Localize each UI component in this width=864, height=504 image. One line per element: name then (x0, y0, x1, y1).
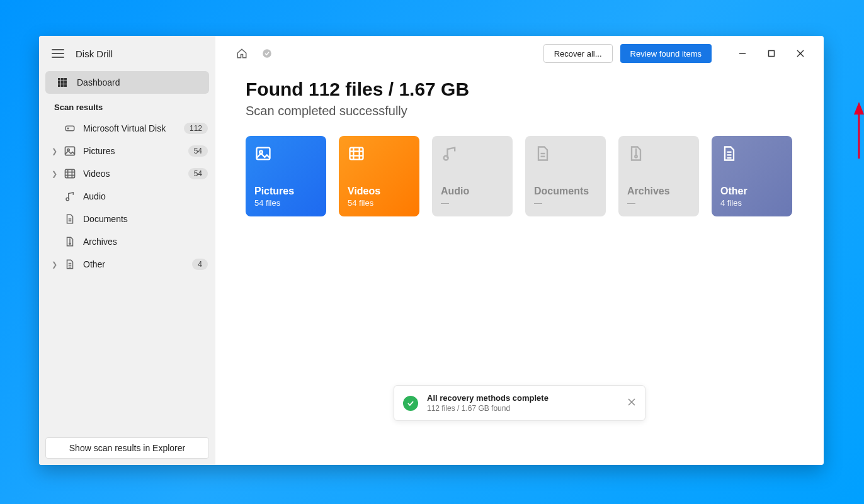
sidebar-item-label: Pictures (83, 146, 188, 156)
svg-rect-6 (58, 84, 60, 87)
nav-dashboard[interactable]: Dashboard (45, 71, 209, 94)
minimize-button[interactable] (728, 44, 757, 63)
tile-subtitle: — (627, 198, 690, 208)
count-badge: 54 (188, 145, 208, 157)
sidebar-item-disk[interactable]: Microsoft Virtual Disk112 (39, 117, 215, 140)
sidebar-item-picture[interactable]: ❯Pictures54 (39, 140, 215, 162)
svg-rect-33 (350, 148, 363, 160)
app-window: Disk Drill Dashboard Scan results Micros… (39, 36, 824, 465)
tile-subtitle: — (441, 198, 504, 208)
document-icon (534, 145, 597, 164)
svg-point-18 (66, 198, 69, 201)
video-icon (63, 167, 77, 180)
tile-title: Pictures (254, 186, 317, 197)
toast-body: All recovery methods complete 112 files … (427, 393, 618, 413)
tile-audio[interactable]: Audio— (432, 136, 513, 216)
sidebar-item-label: Archives (83, 237, 208, 247)
audio-icon (63, 191, 77, 202)
sidebar-header: Disk Drill (39, 36, 215, 71)
main-area: Recover all... Review found items Found … (215, 36, 824, 465)
archive-icon (627, 145, 690, 164)
recover-all-button[interactable]: Recover all... (543, 44, 613, 63)
sidebar-item-audio[interactable]: Audio (39, 185, 215, 208)
tile-document[interactable]: Documents— (525, 136, 606, 216)
sidebar-item-label: Audio (83, 191, 208, 201)
content: Found 112 files / 1.67 GB Scan completed… (215, 71, 824, 224)
nav-dashboard-label: Dashboard (77, 77, 120, 87)
tile-video[interactable]: Videos54 files (339, 136, 419, 216)
svg-rect-11 (65, 147, 75, 155)
sidebar-footer: Show scan results in Explorer (39, 431, 215, 465)
svg-rect-9 (65, 126, 74, 131)
svg-rect-13 (65, 169, 75, 177)
svg-marker-49 (854, 102, 864, 115)
menu-icon[interactable] (52, 49, 64, 58)
svg-rect-8 (64, 84, 67, 87)
sidebar-item-label: Videos (83, 169, 188, 179)
toast-title: All recovery methods complete (427, 393, 618, 403)
svg-point-26 (263, 49, 271, 58)
toast-close-icon[interactable] (627, 398, 636, 409)
sidebar-item-document[interactable]: Documents (39, 208, 215, 230)
category-tiles: Pictures54 filesVideos54 filesAudio—Docu… (246, 136, 793, 216)
other-icon (63, 259, 77, 270)
document-icon (63, 213, 77, 225)
app-title: Disk Drill (76, 48, 113, 59)
sidebar-item-label: Other (83, 259, 192, 269)
video-icon (348, 145, 411, 164)
sidebar-item-label: Microsoft Virtual Disk (83, 123, 184, 133)
toast-subtitle: 112 files / 1.67 GB found (427, 404, 618, 413)
tile-archive[interactable]: Archives— (618, 136, 699, 216)
window-controls (728, 44, 815, 63)
tile-picture[interactable]: Pictures54 files (246, 136, 326, 216)
sidebar-item-archive[interactable]: Archives (39, 230, 215, 253)
sidebar-item-label: Documents (83, 214, 208, 224)
headline: Found 112 files / 1.67 GB (246, 79, 793, 100)
tile-title: Videos (348, 186, 411, 197)
audio-icon (441, 145, 504, 164)
check-badge-icon[interactable] (258, 45, 276, 62)
tile-subtitle: — (534, 198, 597, 208)
tile-title: Other (720, 186, 783, 197)
tile-title: Audio (441, 186, 504, 197)
close-button[interactable] (786, 44, 815, 63)
toolbar: Recover all... Review found items (215, 36, 824, 71)
tile-subtitle: 54 files (348, 198, 411, 208)
other-icon (720, 145, 783, 164)
svg-rect-5 (64, 81, 67, 84)
svg-rect-31 (257, 148, 270, 160)
svg-rect-4 (61, 81, 64, 84)
svg-rect-28 (769, 51, 775, 57)
home-icon[interactable] (233, 45, 251, 62)
archive-icon (63, 236, 77, 247)
disk-icon (63, 123, 77, 134)
chevron-right-icon: ❯ (52, 147, 59, 155)
svg-point-22 (69, 243, 71, 244)
picture-icon (254, 145, 317, 164)
grid-icon (55, 77, 69, 87)
svg-point-10 (67, 128, 69, 129)
tile-title: Archives (627, 186, 690, 197)
tile-other[interactable]: Other4 files (712, 136, 792, 216)
chevron-right-icon: ❯ (52, 260, 59, 269)
review-found-items-button[interactable]: Review found items (620, 44, 712, 63)
svg-rect-0 (58, 78, 60, 81)
svg-rect-1 (61, 78, 64, 81)
svg-rect-7 (61, 84, 64, 87)
tile-title: Documents (534, 186, 597, 197)
sidebar: Disk Drill Dashboard Scan results Micros… (39, 36, 215, 465)
svg-point-38 (444, 156, 448, 160)
sidebar-item-video[interactable]: ❯Videos54 (39, 162, 215, 185)
tile-subtitle: 4 files (720, 198, 783, 208)
sidebar-item-other[interactable]: ❯Other4 (39, 253, 215, 276)
maximize-button[interactable] (757, 44, 786, 63)
subline: Scan completed successfully (246, 104, 793, 118)
svg-rect-2 (64, 78, 67, 81)
count-badge: 112 (184, 123, 208, 134)
svg-point-42 (635, 155, 637, 158)
success-check-icon (403, 396, 418, 411)
chevron-right-icon: ❯ (52, 170, 59, 178)
toast-notification: All recovery methods complete 112 files … (394, 385, 645, 421)
show-in-explorer-button[interactable]: Show scan results in Explorer (45, 437, 209, 459)
tile-subtitle: 54 files (254, 198, 317, 208)
